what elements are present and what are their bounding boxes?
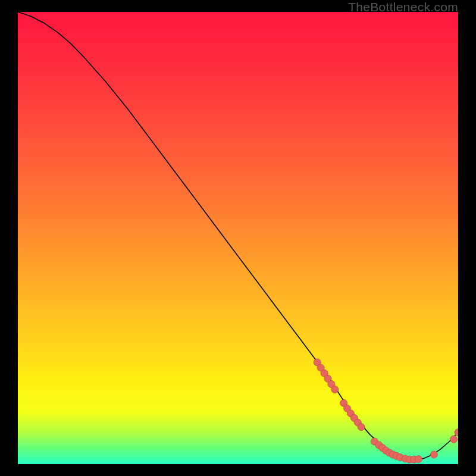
- bottleneck-curve: [18, 12, 458, 459]
- chart-root: TheBottleneck.com: [0, 0, 476, 476]
- series-overlay: [18, 12, 458, 464]
- marker-point: [415, 456, 422, 463]
- marker-point: [358, 424, 365, 431]
- highlighted-points: [314, 359, 458, 463]
- marker-point: [430, 451, 437, 458]
- marker-point: [450, 436, 458, 443]
- marker-point: [331, 386, 339, 393]
- plot-area: [18, 12, 458, 464]
